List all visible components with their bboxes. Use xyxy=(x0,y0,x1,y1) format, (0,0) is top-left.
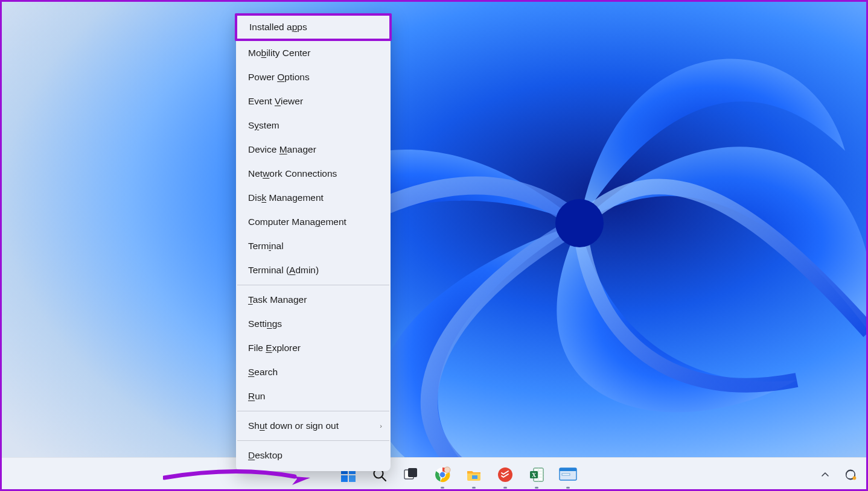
svg-rect-24 xyxy=(560,468,576,471)
svg-rect-25 xyxy=(562,474,570,475)
menu-item-label: Mobility Center xyxy=(248,48,310,58)
menu-item-label: Settings xyxy=(248,318,282,329)
menu-item-installed-apps[interactable]: Installed apps xyxy=(235,13,392,41)
menu-item-event-viewer[interactable]: Event Viewer xyxy=(236,89,391,113)
menu-item-label: Device Manager xyxy=(248,144,316,154)
menu-item-label: Desktop xyxy=(248,450,282,460)
menu-item-label: Event Viewer xyxy=(248,96,303,106)
menu-item-label: Disk Management xyxy=(248,192,324,203)
file-explorer-button[interactable] xyxy=(465,466,483,484)
svg-text:X: X xyxy=(532,472,537,478)
running-indicator xyxy=(441,487,444,489)
desktop-wallpaper xyxy=(0,0,868,491)
menu-item-label: Terminal (Admin) xyxy=(248,265,319,275)
menu-item-label: System xyxy=(248,120,279,130)
svg-rect-5 xyxy=(349,475,356,482)
running-indicator xyxy=(566,487,570,489)
chevron-right-icon: › xyxy=(380,414,382,438)
menu-item-label: Shut down or sign out xyxy=(248,420,339,431)
svg-rect-14 xyxy=(472,475,477,479)
menu-item-device-manager[interactable]: Device Manager xyxy=(236,138,391,162)
chrome-button[interactable] xyxy=(433,466,452,484)
task-view-button[interactable] xyxy=(402,466,420,484)
running-indicator xyxy=(503,487,507,489)
menu-item-computer-management[interactable]: Computer Management xyxy=(236,210,391,234)
todoist-button[interactable] xyxy=(496,466,514,484)
svg-point-13 xyxy=(444,467,450,473)
menu-item-terminal-admin[interactable]: Terminal (Admin) xyxy=(236,258,391,282)
svg-line-7 xyxy=(382,477,386,481)
menu-item-label: Computer Management xyxy=(248,217,346,227)
menu-item-label: Task Manager xyxy=(248,294,307,305)
menu-item-search[interactable]: Search xyxy=(236,360,391,384)
winx-context-menu: Installed appsMobility CenterPower Optio… xyxy=(236,13,391,471)
running-indicator xyxy=(472,487,476,489)
menu-item-terminal[interactable]: Terminal xyxy=(236,234,391,258)
menu-item-mobility-center[interactable]: Mobility Center xyxy=(236,41,391,65)
menu-item-network-connections[interactable]: Network Connections xyxy=(236,162,391,186)
menu-item-desktop[interactable]: Desktop xyxy=(236,443,391,467)
menu-item-label: Installed apps xyxy=(249,22,307,32)
menu-divider xyxy=(237,440,389,441)
taskbar: X xyxy=(0,457,868,491)
running-indicator xyxy=(535,487,538,489)
menu-item-label: Run xyxy=(248,391,265,401)
svg-point-26 xyxy=(852,476,856,480)
onedrive-status-icon[interactable] xyxy=(841,466,860,484)
menu-item-shutdown-signout[interactable]: Shut down or sign out› xyxy=(236,414,391,438)
menu-item-power-options[interactable]: Power Options xyxy=(236,65,391,89)
menu-item-label: Terminal xyxy=(248,241,284,251)
menu-item-settings[interactable]: Settings xyxy=(236,312,391,336)
menu-item-run[interactable]: Run xyxy=(236,384,391,408)
menu-item-label: Network Connections xyxy=(248,168,337,179)
system-tray xyxy=(816,466,860,484)
menu-item-system[interactable]: System xyxy=(236,113,391,138)
menu-item-task-manager[interactable]: Task Manager xyxy=(236,288,391,312)
svg-rect-4 xyxy=(341,475,348,482)
menu-item-label: Search xyxy=(248,367,278,377)
menu-divider xyxy=(237,411,389,411)
svg-rect-9 xyxy=(408,468,417,477)
menu-item-label: Power Options xyxy=(248,72,310,82)
menu-item-file-explorer[interactable]: File Explorer xyxy=(236,336,391,360)
menu-item-disk-management[interactable]: Disk Management xyxy=(236,186,391,210)
menu-divider xyxy=(237,285,389,285)
svg-point-1 xyxy=(555,199,604,247)
tray-overflow-chevron[interactable] xyxy=(816,466,834,484)
excel-button[interactable]: X xyxy=(528,466,546,484)
menu-item-label: File Explorer xyxy=(248,343,301,353)
svg-point-15 xyxy=(498,467,512,482)
svg-point-12 xyxy=(440,472,445,477)
run-dialog-button[interactable] xyxy=(559,466,577,484)
